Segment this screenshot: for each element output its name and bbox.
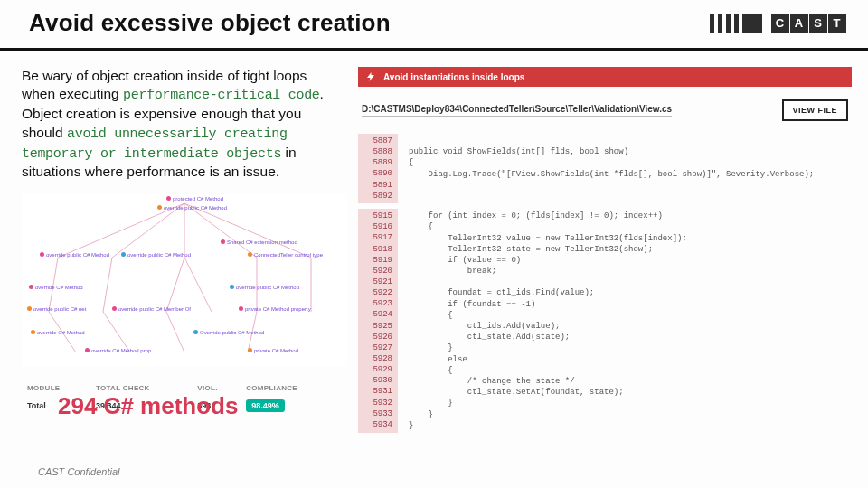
lightning-icon bbox=[365, 71, 376, 82]
logo-letter-a: A bbox=[790, 14, 808, 33]
logo-letter-c: C bbox=[771, 14, 789, 33]
view-file-button[interactable]: VIEW FILE bbox=[782, 99, 849, 121]
line-gutter-2: 5915591659175918591959205921592259235924… bbox=[358, 209, 398, 433]
dependency-diagram: protected C# Method override public C# M… bbox=[22, 194, 347, 366]
svg-line-12 bbox=[103, 312, 130, 352]
cell-total: 39,344 bbox=[90, 396, 192, 416]
logo-letter-s: S bbox=[809, 14, 827, 33]
col-module: MODULE bbox=[22, 380, 90, 396]
diagram-lines-icon bbox=[22, 194, 347, 366]
cast-logo: C A S T bbox=[710, 14, 846, 33]
rule-banner: Avoid instantiations inside loops bbox=[358, 67, 852, 87]
rule-label: Avoid instantiations inside loops bbox=[383, 72, 524, 82]
svg-line-13 bbox=[166, 312, 184, 352]
col-viol: VIOL. bbox=[192, 380, 241, 396]
col-total: TOTAL CHECK bbox=[90, 380, 192, 396]
logo-bars-icon bbox=[710, 14, 762, 33]
logo-letters: C A S T bbox=[771, 14, 846, 33]
svg-line-4 bbox=[184, 203, 311, 258]
col-compliance: COMPLIANCE bbox=[241, 380, 338, 396]
svg-line-6 bbox=[103, 258, 112, 312]
svg-line-1 bbox=[112, 203, 184, 258]
svg-line-7 bbox=[166, 258, 184, 312]
file-path: D:\CASTMS\Deploy834\ConnectedTeller\Sour… bbox=[362, 104, 672, 117]
page-title: Avoid excessive object creation bbox=[29, 9, 391, 37]
svg-line-3 bbox=[184, 203, 257, 258]
line-gutter-1: 588758885889589058915892 bbox=[358, 134, 398, 203]
cell-module: Total bbox=[22, 396, 90, 416]
intro-mono-1: performance-critical code bbox=[123, 88, 320, 103]
svg-line-8 bbox=[184, 258, 212, 312]
code-lines-2: for (int index = 0; (flds[index] != 0); … bbox=[398, 209, 852, 433]
code-block-2: 5915591659175918591959205921592259235924… bbox=[358, 209, 852, 433]
svg-line-0 bbox=[58, 203, 184, 258]
slide-header: Avoid excessive object creation C A S T bbox=[0, 0, 868, 51]
cell-viol: 593 bbox=[192, 396, 241, 416]
code-lines-1: public void ShowFields(int[] flds, bool … bbox=[398, 134, 852, 203]
code-block-1: 588758885889589058915892 public void Sho… bbox=[358, 134, 852, 203]
compliance-badge: 98.49% bbox=[246, 399, 285, 412]
logo-letter-t: T bbox=[828, 14, 846, 33]
footer-confidential: CAST Confidential bbox=[38, 466, 120, 477]
compliance-table: MODULE TOTAL CHECK VIOL. COMPLIANCE Tota… bbox=[22, 380, 338, 416]
table-row: Total 39,344 593 98.49% bbox=[22, 396, 338, 416]
intro-paragraph: Be wary of object creation inside of tig… bbox=[22, 67, 340, 182]
